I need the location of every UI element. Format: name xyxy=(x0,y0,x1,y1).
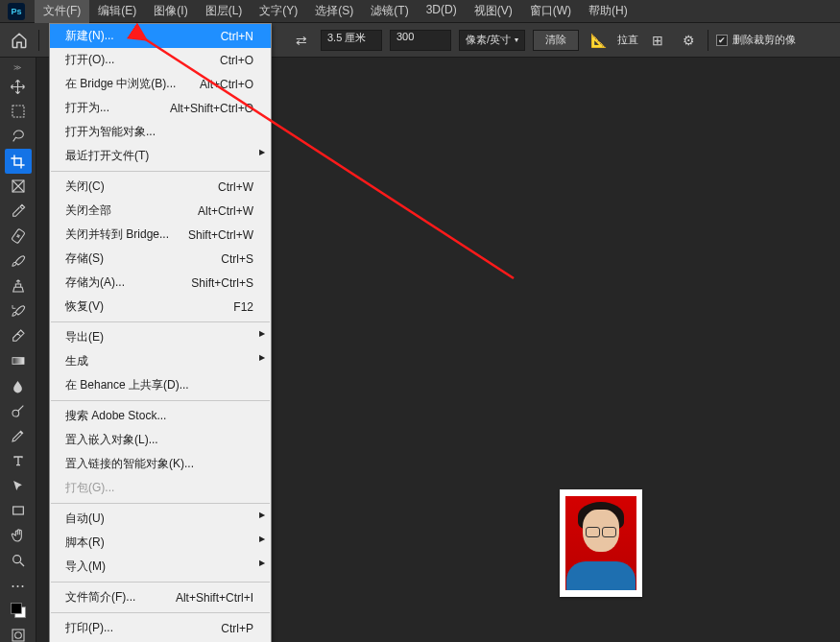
svg-point-4 xyxy=(12,410,19,416)
straighten-icon[interactable]: 📐 xyxy=(587,29,610,52)
tool-type[interactable] xyxy=(5,448,32,473)
separator xyxy=(38,30,39,51)
checkbox-icon: ✔ xyxy=(716,35,728,46)
menu-item-shortcut: Alt+Ctrl+W xyxy=(198,204,253,218)
tool-brush[interactable] xyxy=(5,249,32,273)
tool-hand[interactable] xyxy=(5,523,32,548)
quickmask-icon[interactable] xyxy=(5,623,32,642)
menu-item[interactable]: 生成 xyxy=(50,349,271,373)
menu-item[interactable]: 打印(P)...Ctrl+P xyxy=(50,616,271,640)
menu-item[interactable]: 置入嵌入对象(L)... xyxy=(50,428,271,452)
grid-overlay-icon[interactable]: ⊞ xyxy=(646,29,669,52)
tool-pen[interactable] xyxy=(5,423,32,448)
menu-item[interactable]: 存储为(A)...Shift+Ctrl+S xyxy=(50,271,271,295)
menubar-item[interactable]: 视图(V) xyxy=(466,0,521,23)
tool-healing[interactable] xyxy=(5,224,32,249)
menu-item[interactable]: 存储(S)Ctrl+S xyxy=(50,247,271,271)
tool-eyedropper[interactable] xyxy=(5,199,32,224)
file-menu-dropdown[interactable]: 新建(N)...Ctrl+N打开(O)...Ctrl+O在 Bridge 中浏览… xyxy=(49,23,272,642)
tool-zoom[interactable] xyxy=(5,548,32,573)
swap-icon[interactable]: ⇄ xyxy=(290,29,313,52)
menu-item[interactable]: 搜索 Adobe Stock... xyxy=(50,404,271,428)
menu-item-label: 打包(G)... xyxy=(65,480,114,496)
straighten-label: 拉直 xyxy=(617,33,638,47)
separator xyxy=(708,30,708,51)
menu-item[interactable]: 关闭(C)Ctrl+W xyxy=(50,175,271,199)
toolbar: ≫ ⋯ xyxy=(0,58,36,642)
menu-item[interactable]: 关闭并转到 Bridge...Shift+Ctrl+W xyxy=(50,223,271,247)
menubar-item[interactable]: 文件(F) xyxy=(35,0,89,23)
menubar-item[interactable]: 滤镜(T) xyxy=(362,0,417,23)
edit-toolbar-icon[interactable]: ⋯ xyxy=(5,573,32,598)
menu-item-label: 脚本(R) xyxy=(65,535,105,551)
menubar-item[interactable]: 3D(D) xyxy=(418,0,466,23)
width-input[interactable]: 3.5 厘米 xyxy=(321,30,382,51)
menu-item[interactable]: 置入链接的智能对象(K)... xyxy=(50,452,271,476)
menu-item-label: 存储(S) xyxy=(65,250,104,267)
menu-item-label: 在 Bridge 中浏览(B)... xyxy=(65,76,176,92)
menu-separator xyxy=(51,503,270,504)
menu-item-label: 置入嵌入对象(L)... xyxy=(65,432,158,448)
menu-separator xyxy=(51,612,270,613)
svg-rect-5 xyxy=(12,507,23,514)
menubar-item[interactable]: 窗口(W) xyxy=(521,0,580,23)
home-icon[interactable] xyxy=(8,29,31,52)
menu-item[interactable]: 导出(E) xyxy=(50,325,271,349)
tool-clone[interactable] xyxy=(5,273,32,298)
tool-crop[interactable] xyxy=(5,149,32,174)
menu-item[interactable]: 自动(U) xyxy=(50,507,271,531)
tool-dodge[interactable] xyxy=(5,398,32,423)
menu-item-shortcut: Alt+Shift+Ctrl+I xyxy=(176,591,253,605)
menu-item-shortcut: Ctrl+P xyxy=(221,622,253,635)
menu-item[interactable]: 打开(O)...Ctrl+O xyxy=(50,48,271,72)
menu-item[interactable]: 在 Behance 上共享(D)... xyxy=(50,373,271,397)
document-photo[interactable] xyxy=(560,489,642,597)
menu-separator xyxy=(51,582,270,583)
menu-item[interactable]: 在 Bridge 中浏览(B)...Alt+Ctrl+O xyxy=(50,72,271,96)
menu-item[interactable]: 恢复(V)F12 xyxy=(50,295,271,319)
tool-rect-marquee[interactable] xyxy=(5,99,32,124)
menu-item-shortcut: Alt+Shift+Ctrl+O xyxy=(170,102,253,115)
menu-item-label: 文件简介(F)... xyxy=(65,589,135,606)
tool-rectangle[interactable] xyxy=(5,498,32,523)
tool-gradient[interactable] xyxy=(5,348,32,373)
photo-content xyxy=(565,496,636,590)
tool-frame[interactable] xyxy=(5,174,32,199)
menu-item[interactable]: 打开为智能对象... xyxy=(50,120,271,144)
menubar-item[interactable]: 选择(S) xyxy=(306,0,362,23)
tool-lasso[interactable] xyxy=(5,124,32,149)
menubar-item[interactable]: 图像(I) xyxy=(145,0,196,23)
menu-item-shortcut: Ctrl+W xyxy=(218,180,253,194)
menu-item-label: 搜索 Adobe Stock... xyxy=(65,408,166,424)
units-select[interactable]: 像素/英寸▾ xyxy=(459,30,525,51)
foreground-background-icon[interactable] xyxy=(5,598,32,623)
menu-item[interactable]: 打开为...Alt+Shift+Ctrl+O xyxy=(50,96,271,120)
menu-item[interactable]: 新建(N)...Ctrl+N xyxy=(50,24,271,48)
menubar-item[interactable]: 帮助(H) xyxy=(580,0,636,23)
tool-move[interactable] xyxy=(5,74,32,99)
menu-item[interactable]: 关闭全部Alt+Ctrl+W xyxy=(50,199,271,223)
delete-cropped-checkbox[interactable]: ✔ 删除裁剪的像 xyxy=(716,33,796,47)
menu-item-label: 关闭并转到 Bridge... xyxy=(65,226,169,243)
menubar-item[interactable]: 文字(Y) xyxy=(251,0,306,23)
menu-item[interactable]: 最近打开文件(T) xyxy=(50,144,271,168)
tool-history-brush[interactable] xyxy=(5,298,32,323)
clear-button[interactable]: 清除 xyxy=(533,30,579,51)
svg-point-10 xyxy=(14,632,21,639)
tool-blur[interactable] xyxy=(5,373,32,398)
collapse-icon[interactable]: ≫ xyxy=(2,63,35,72)
menu-item-shortcut: Shift+Ctrl+S xyxy=(191,276,253,290)
svg-rect-9 xyxy=(12,630,24,641)
menubar-item[interactable]: 图层(L) xyxy=(197,0,252,23)
resolution-input[interactable]: 300 xyxy=(390,30,451,51)
menu-item[interactable]: 脚本(R) xyxy=(50,531,271,555)
menu-item-shortcut: Ctrl+S xyxy=(221,252,253,266)
menu-separator xyxy=(51,171,270,172)
menu-item-label: 打开为... xyxy=(65,100,109,116)
menu-item[interactable]: 文件简介(F)...Alt+Shift+Ctrl+I xyxy=(50,585,271,609)
menu-item[interactable]: 导入(M) xyxy=(50,555,271,579)
menubar-item[interactable]: 编辑(E) xyxy=(89,0,145,23)
settings-icon[interactable]: ⚙ xyxy=(677,29,700,52)
tool-eraser[interactable] xyxy=(5,323,32,348)
tool-path-select[interactable] xyxy=(5,473,32,498)
